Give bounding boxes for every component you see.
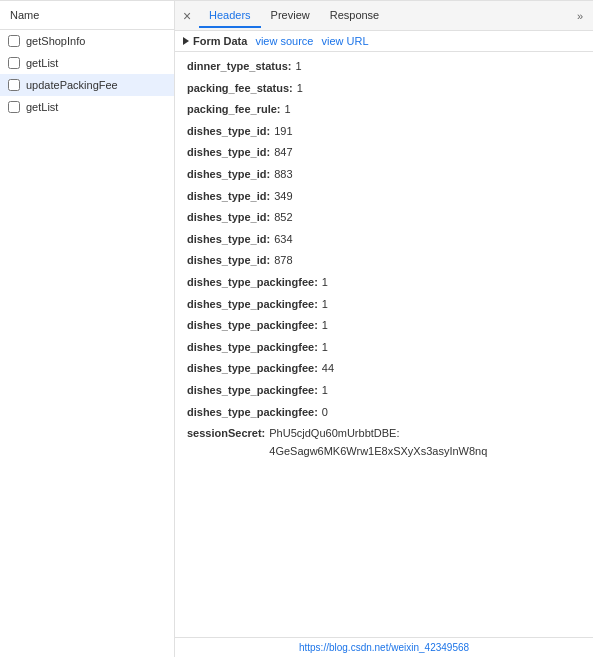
tab-headers[interactable]: Headers — [199, 4, 261, 28]
data-key-17: sessionSecret: — [187, 425, 265, 460]
data-value-17: PhU5cjdQu60mUrbbtDBE: 4GeSagw6MK6Wrw1E8x… — [269, 425, 581, 460]
data-key-11: dishes_type_packingfee: — [187, 296, 318, 314]
data-key-15: dishes_type_packingfee: — [187, 382, 318, 400]
tab-more-button[interactable]: » — [571, 5, 589, 27]
data-key-14: dishes_type_packingfee: — [187, 360, 318, 378]
content-area: dinner_type_status:1packing_fee_status:1… — [175, 52, 593, 637]
sidebar-checkbox-3[interactable] — [8, 101, 20, 113]
expand-icon — [183, 37, 189, 45]
sidebar-checkbox-2[interactable] — [8, 79, 20, 91]
sidebar-item-label-0: getShopInfo — [26, 35, 85, 47]
data-key-6: dishes_type_id: — [187, 188, 270, 206]
data-value-6: 349 — [274, 188, 292, 206]
data-value-7: 852 — [274, 209, 292, 227]
data-key-1: packing_fee_status: — [187, 80, 293, 98]
data-key-10: dishes_type_packingfee: — [187, 274, 318, 292]
data-row-0: dinner_type_status:1 — [175, 56, 593, 78]
sidebar-checkbox-1[interactable] — [8, 57, 20, 69]
view-source-link[interactable]: view source — [255, 35, 313, 47]
watermark: https://blog.csdn.net/weixin_42349568 — [175, 637, 593, 657]
data-value-0: 1 — [296, 58, 302, 76]
data-value-16: 0 — [322, 404, 328, 422]
subheader: Form Data view source view URL — [175, 31, 593, 52]
tab-preview[interactable]: Preview — [261, 4, 320, 28]
view-url-link[interactable]: view URL — [321, 35, 368, 47]
data-key-7: dishes_type_id: — [187, 209, 270, 227]
data-value-10: 1 — [322, 274, 328, 292]
sidebar-header: Name — [0, 1, 174, 30]
data-row-14: dishes_type_packingfee:44 — [175, 358, 593, 380]
data-row-3: dishes_type_id:191 — [175, 121, 593, 143]
data-row-12: dishes_type_packingfee:1 — [175, 315, 593, 337]
data-row-4: dishes_type_id:847 — [175, 142, 593, 164]
data-value-15: 1 — [322, 382, 328, 400]
data-row-17: sessionSecret:PhU5cjdQu60mUrbbtDBE: 4GeS… — [175, 423, 593, 462]
data-row-11: dishes_type_packingfee:1 — [175, 294, 593, 316]
data-value-3: 191 — [274, 123, 292, 141]
data-key-8: dishes_type_id: — [187, 231, 270, 249]
data-value-4: 847 — [274, 144, 292, 162]
data-value-9: 878 — [274, 252, 292, 270]
data-row-9: dishes_type_id:878 — [175, 250, 593, 272]
data-key-5: dishes_type_id: — [187, 166, 270, 184]
tab-response[interactable]: Response — [320, 4, 390, 28]
data-key-16: dishes_type_packingfee: — [187, 404, 318, 422]
sidebar: Name getShopInfogetListupdatePackingFeeg… — [0, 1, 175, 657]
data-row-5: dishes_type_id:883 — [175, 164, 593, 186]
sidebar-item-1[interactable]: getList — [0, 52, 174, 74]
data-row-2: packing_fee_rule:1 — [175, 99, 593, 121]
form-data-toggle[interactable]: Form Data — [183, 35, 247, 47]
right-panel: × HeadersPreviewResponse » Form Data vie… — [175, 1, 593, 657]
sidebar-item-2[interactable]: updatePackingFee — [0, 74, 174, 96]
data-key-13: dishes_type_packingfee: — [187, 339, 318, 357]
sidebar-checkbox-0[interactable] — [8, 35, 20, 47]
data-value-12: 1 — [322, 317, 328, 335]
data-row-6: dishes_type_id:349 — [175, 186, 593, 208]
data-row-1: packing_fee_status:1 — [175, 78, 593, 100]
data-value-1: 1 — [297, 80, 303, 98]
data-value-2: 1 — [285, 101, 291, 119]
data-key-9: dishes_type_id: — [187, 252, 270, 270]
data-value-14: 44 — [322, 360, 334, 378]
sidebar-item-3[interactable]: getList — [0, 96, 174, 118]
data-row-10: dishes_type_packingfee:1 — [175, 272, 593, 294]
sidebar-item-0[interactable]: getShopInfo — [0, 30, 174, 52]
sidebar-item-label-2: updatePackingFee — [26, 79, 118, 91]
data-key-2: packing_fee_rule: — [187, 101, 281, 119]
data-row-15: dishes_type_packingfee:1 — [175, 380, 593, 402]
sidebar-item-label-1: getList — [26, 57, 58, 69]
data-value-11: 1 — [322, 296, 328, 314]
tab-close-button[interactable]: × — [179, 8, 195, 24]
data-row-8: dishes_type_id:634 — [175, 229, 593, 251]
tab-bar: × HeadersPreviewResponse » — [175, 1, 593, 31]
data-row-16: dishes_type_packingfee:0 — [175, 402, 593, 424]
data-value-13: 1 — [322, 339, 328, 357]
data-row-7: dishes_type_id:852 — [175, 207, 593, 229]
main-container: Name getShopInfogetListupdatePackingFeeg… — [0, 0, 593, 657]
sidebar-item-label-3: getList — [26, 101, 58, 113]
data-key-3: dishes_type_id: — [187, 123, 270, 141]
data-value-5: 883 — [274, 166, 292, 184]
form-data-label: Form Data — [193, 35, 247, 47]
data-row-13: dishes_type_packingfee:1 — [175, 337, 593, 359]
data-key-0: dinner_type_status: — [187, 58, 292, 76]
data-value-8: 634 — [274, 231, 292, 249]
data-key-12: dishes_type_packingfee: — [187, 317, 318, 335]
data-key-4: dishes_type_id: — [187, 144, 270, 162]
